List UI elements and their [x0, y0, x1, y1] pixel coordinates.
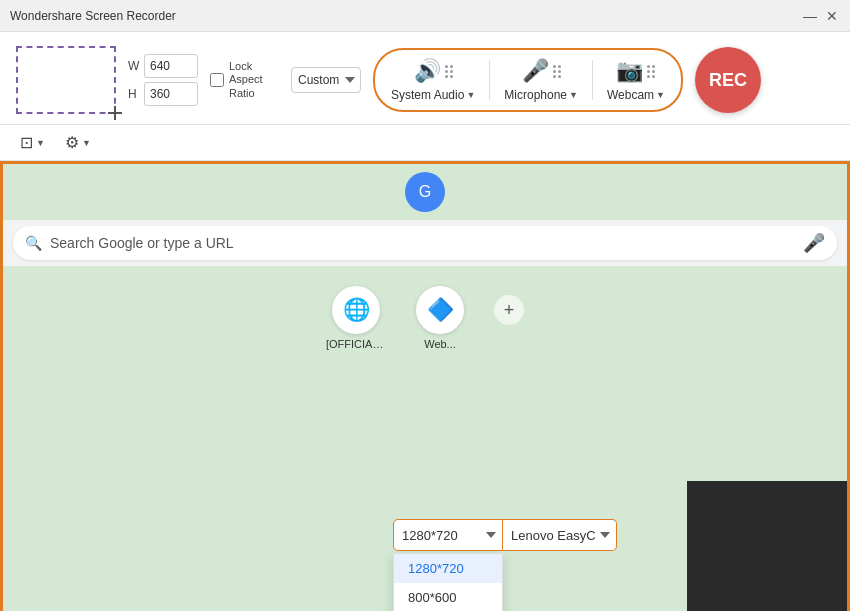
- window-controls: — ✕: [802, 8, 840, 24]
- minimize-button[interactable]: —: [802, 8, 818, 24]
- system-audio-item: 🔊 System Audio ▼: [391, 58, 475, 102]
- microphone-arrow: ▼: [569, 90, 578, 100]
- resolution-dropdown-container: 1280*720 800*600 640*480 320*240 160*120…: [393, 519, 617, 551]
- newtab-icon-2[interactable]: 🔷: [416, 286, 464, 334]
- lock-aspect-checkbox[interactable]: [210, 73, 224, 87]
- microphone-icon: 🎤: [522, 58, 549, 84]
- speaker-icon: 🔊: [414, 58, 441, 84]
- resolution-selector: 1280*720 800*600 640*480 320*240 160*120…: [393, 519, 617, 551]
- microphone-label: Microphone: [504, 88, 567, 102]
- crosshair-icon: [108, 106, 122, 120]
- close-button[interactable]: ✕: [824, 8, 840, 24]
- av-divider-1: [489, 60, 490, 100]
- add-shortcut-button[interactable]: +: [494, 295, 524, 325]
- newtab-item-2: 🔷 Web...: [416, 286, 464, 350]
- microphone-dropdown[interactable]: Microphone ▼: [504, 88, 578, 102]
- preview-box: [16, 46, 116, 114]
- google-logo: G: [405, 172, 445, 212]
- browser-top: 🔍 Search Google or type a URL 🎤: [3, 220, 847, 266]
- resolution-option-800[interactable]: 800*600: [394, 583, 502, 611]
- recorder-panel: W H Lock Aspect Ratio Custom 🔊: [0, 32, 850, 125]
- dimension-inputs: W H: [128, 54, 198, 106]
- search-text: Search Google or type a URL: [50, 235, 795, 251]
- height-label: H: [128, 87, 140, 101]
- newtab-icon-1[interactable]: 🌐: [332, 286, 380, 334]
- lock-ratio-control: Lock Aspect Ratio: [210, 60, 279, 100]
- system-audio-arrow: ▼: [466, 90, 475, 100]
- newtab-label-1: [OFFICIAL] W...: [326, 338, 386, 350]
- newtab-icons: 🌐 [OFFICIAL] W... 🔷 Web... +: [306, 266, 544, 370]
- speaker-dots: [445, 65, 453, 78]
- width-input[interactable]: [144, 54, 198, 78]
- titlebar: Wondershare Screen Recorder — ✕: [0, 0, 850, 32]
- capture-mode-button[interactable]: ⊡ ▼: [16, 131, 49, 154]
- height-input[interactable]: [144, 82, 198, 106]
- resolution-menu: 1280*720 800*600 640*480 320*240 160*120: [393, 553, 503, 611]
- system-audio-label: System Audio: [391, 88, 464, 102]
- capture-icon: ⊡: [20, 133, 33, 152]
- webcam-dots: [647, 65, 655, 78]
- settings-icon: ⚙: [65, 133, 79, 152]
- custom-select[interactable]: Custom: [291, 67, 361, 93]
- microphone-item: 🎤 Microphone ▼: [504, 58, 578, 102]
- width-label: W: [128, 59, 140, 73]
- dark-area: [687, 481, 847, 611]
- webcam-arrow: ▼: [656, 90, 665, 100]
- mic-dots: [553, 65, 561, 78]
- webcam-dropdown[interactable]: Webcam ▼: [607, 88, 665, 102]
- rec-button[interactable]: REC: [695, 47, 761, 113]
- camera-select[interactable]: Lenovo EasyC: [503, 519, 617, 551]
- resolution-option-1280[interactable]: 1280*720: [394, 554, 502, 583]
- system-audio-dropdown[interactable]: System Audio ▼: [391, 88, 475, 102]
- capture-arrow: ▼: [36, 138, 45, 148]
- av-controls: 🔊 System Audio ▼ 🎤: [373, 48, 683, 112]
- webcam-item: 📷 Webcam ▼: [607, 58, 665, 102]
- settings-arrow: ▼: [82, 138, 91, 148]
- webcam-label: Webcam: [607, 88, 654, 102]
- webcam-icon: 📷: [616, 58, 643, 84]
- search-bar[interactable]: 🔍 Search Google or type a URL 🎤: [13, 226, 837, 260]
- bottom-toolbar: ⊡ ▼ ⚙ ▼: [0, 125, 850, 161]
- mic-icon: 🎤: [803, 232, 825, 254]
- newtab-label-2: Web...: [424, 338, 456, 350]
- newtab-item-1: 🌐 [OFFICIAL] W...: [326, 286, 386, 350]
- av-divider-2: [592, 60, 593, 100]
- settings-button[interactable]: ⚙ ▼: [61, 131, 95, 154]
- custom-dropdown-area: Custom: [291, 67, 361, 93]
- search-icon: 🔍: [25, 235, 42, 251]
- resolution-select[interactable]: 1280*720 800*600 640*480 320*240 160*120: [393, 519, 503, 551]
- app-title: Wondershare Screen Recorder: [10, 9, 802, 23]
- browser-area: G 🔍 Search Google or type a URL 🎤 🌐 [OFF…: [0, 161, 850, 611]
- lock-aspect-label: Lock Aspect Ratio: [229, 60, 279, 100]
